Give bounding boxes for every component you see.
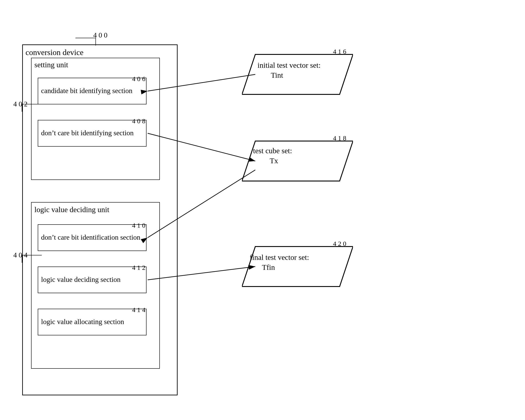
num-406: 4 0 6	[132, 75, 145, 83]
label-404-line	[22, 255, 22, 263]
label-420: 4 2 0	[333, 240, 346, 248]
para-420-text1: final test vector set:	[250, 253, 309, 262]
num-412: 4 1 2	[132, 264, 145, 271]
dont-care-logic-label: don’t care bit identification section	[41, 233, 140, 241]
svg-marker-0	[242, 54, 353, 94]
para-416-text1: initial test vector set:	[257, 61, 320, 69]
label-402-line	[22, 104, 22, 112]
label-418: 4 1 8	[333, 134, 346, 142]
num-408: 4 0 8	[132, 117, 145, 125]
logic-value-unit-label: logic value deciding unit	[34, 205, 109, 214]
num-414: 4 1 4	[132, 306, 145, 314]
para-418	[242, 139, 353, 183]
para-418-text1: test cube set:	[253, 147, 292, 155]
dont-care-setting-label: don’t care bit identifying section	[41, 129, 134, 137]
logic-deciding-label: logic value deciding section	[41, 275, 121, 284]
para-418-text2: Tx	[270, 157, 278, 165]
para-416-text2: Tint	[271, 71, 283, 79]
num-410: 4 1 0	[132, 222, 145, 229]
svg-marker-2	[242, 247, 353, 286]
para-416	[242, 52, 353, 97]
setting-unit-label: setting unit	[34, 61, 68, 69]
candidate-bit-label: candidate bit identifying section	[41, 87, 132, 95]
label-400-line-h	[75, 38, 95, 38]
para-420	[242, 244, 353, 289]
logic-allocating-label: logic value allocating section	[41, 318, 124, 326]
label-416: 4 1 6	[333, 48, 346, 55]
para-420-text2: Tfin	[262, 263, 275, 272]
diagram-container: 4 0 0 conversion device 4 0 2 4 0 4 sett…	[9, 18, 516, 411]
conversion-device-label: conversion device	[26, 48, 84, 57]
